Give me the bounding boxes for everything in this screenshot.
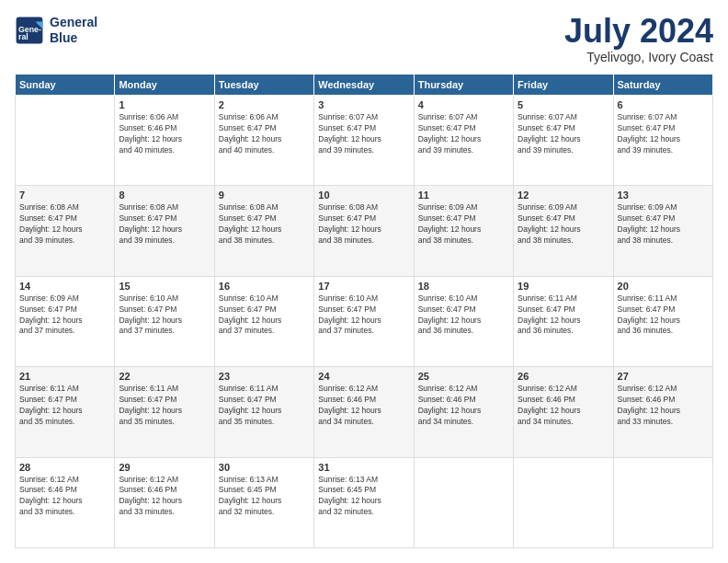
day-info: Sunrise: 6:07 AM Sunset: 6:47 PM Dayligh… [618, 112, 709, 156]
calendar-week-row: 14Sunrise: 6:09 AM Sunset: 6:47 PM Dayli… [16, 276, 713, 366]
calendar-cell: 10Sunrise: 6:08 AM Sunset: 6:47 PM Dayli… [314, 186, 414, 276]
day-number: 25 [418, 371, 509, 382]
day-info: Sunrise: 6:08 AM Sunset: 6:47 PM Dayligh… [219, 202, 310, 247]
svg-text:ral: ral [18, 31, 28, 40]
day-number: 26 [518, 371, 609, 382]
logo-icon: Gene- ral [15, 16, 44, 45]
day-info: Sunrise: 6:09 AM Sunset: 6:47 PM Dayligh… [418, 202, 509, 247]
subtitle: Tyelivogo, Ivory Coast [564, 50, 713, 64]
calendar-week-row: 28Sunrise: 6:12 AM Sunset: 6:46 PM Dayli… [16, 457, 713, 547]
calendar-cell: 25Sunrise: 6:12 AM Sunset: 6:46 PM Dayli… [414, 367, 513, 457]
day-number: 31 [318, 462, 409, 473]
calendar-cell: 9Sunrise: 6:08 AM Sunset: 6:47 PM Daylig… [214, 186, 313, 276]
day-number: 18 [418, 281, 509, 292]
day-number: 1 [119, 99, 210, 110]
col-friday: Friday [514, 75, 613, 96]
day-info: Sunrise: 6:09 AM Sunset: 6:47 PM Dayligh… [618, 202, 709, 247]
day-info: Sunrise: 6:09 AM Sunset: 6:47 PM Dayligh… [518, 202, 609, 247]
day-number: 21 [19, 371, 110, 382]
day-info: Sunrise: 6:10 AM Sunset: 6:47 PM Dayligh… [418, 293, 509, 338]
col-sunday: Sunday [16, 75, 115, 96]
day-info: Sunrise: 6:11 AM Sunset: 6:47 PM Dayligh… [618, 293, 709, 338]
calendar-cell: 28Sunrise: 6:12 AM Sunset: 6:46 PM Dayli… [16, 457, 115, 547]
logo-line2: Blue [50, 30, 97, 46]
day-info: Sunrise: 6:10 AM Sunset: 6:47 PM Dayligh… [219, 293, 310, 338]
calendar-cell: 3Sunrise: 6:07 AM Sunset: 6:47 PM Daylig… [314, 96, 414, 186]
day-number: 13 [618, 190, 709, 201]
day-number: 23 [219, 371, 310, 382]
calendar-cell: 30Sunrise: 6:13 AM Sunset: 6:45 PM Dayli… [214, 457, 313, 547]
day-info: Sunrise: 6:12 AM Sunset: 6:46 PM Dayligh… [618, 384, 709, 428]
day-number: 6 [618, 99, 709, 110]
calendar-cell: 12Sunrise: 6:09 AM Sunset: 6:47 PM Dayli… [514, 186, 613, 276]
day-info: Sunrise: 6:10 AM Sunset: 6:47 PM Dayligh… [318, 293, 409, 338]
day-number: 4 [418, 99, 509, 110]
col-thursday: Thursday [414, 75, 513, 96]
day-number: 5 [518, 99, 609, 110]
day-info: Sunrise: 6:07 AM Sunset: 6:47 PM Dayligh… [518, 112, 609, 156]
calendar-cell: 13Sunrise: 6:09 AM Sunset: 6:47 PM Dayli… [613, 186, 712, 276]
calendar-week-row: 1Sunrise: 6:06 AM Sunset: 6:46 PM Daylig… [16, 96, 713, 186]
day-info: Sunrise: 6:11 AM Sunset: 6:47 PM Dayligh… [119, 384, 210, 428]
calendar-cell: 14Sunrise: 6:09 AM Sunset: 6:47 PM Dayli… [16, 276, 115, 366]
calendar-cell: 17Sunrise: 6:10 AM Sunset: 6:47 PM Dayli… [314, 276, 414, 366]
calendar-cell: 22Sunrise: 6:11 AM Sunset: 6:47 PM Dayli… [115, 367, 214, 457]
calendar-cell [414, 457, 513, 547]
day-number: 29 [119, 462, 210, 473]
calendar-cell: 8Sunrise: 6:08 AM Sunset: 6:47 PM Daylig… [115, 186, 214, 276]
day-info: Sunrise: 6:11 AM Sunset: 6:47 PM Dayligh… [19, 384, 110, 428]
calendar-cell: 23Sunrise: 6:11 AM Sunset: 6:47 PM Dayli… [214, 367, 313, 457]
day-number: 9 [219, 190, 310, 201]
day-number: 22 [119, 371, 210, 382]
col-saturday: Saturday [613, 75, 712, 96]
day-info: Sunrise: 6:13 AM Sunset: 6:45 PM Dayligh… [318, 475, 409, 519]
day-number: 28 [19, 462, 110, 473]
day-number: 14 [19, 281, 110, 292]
calendar-week-row: 7Sunrise: 6:08 AM Sunset: 6:47 PM Daylig… [16, 186, 713, 276]
main-title: July 2024 [564, 15, 713, 48]
day-info: Sunrise: 6:10 AM Sunset: 6:47 PM Dayligh… [119, 293, 210, 338]
col-tuesday: Tuesday [214, 75, 313, 96]
day-number: 19 [518, 281, 609, 292]
calendar-cell: 20Sunrise: 6:11 AM Sunset: 6:47 PM Dayli… [613, 276, 712, 366]
day-number: 7 [19, 190, 110, 201]
calendar-cell [16, 96, 115, 186]
calendar-cell: 21Sunrise: 6:11 AM Sunset: 6:47 PM Dayli… [16, 367, 115, 457]
logo-line1: General [50, 15, 97, 30]
calendar-cell: 18Sunrise: 6:10 AM Sunset: 6:47 PM Dayli… [414, 276, 513, 366]
calendar-table: Sunday Monday Tuesday Wednesday Thursday… [15, 74, 713, 548]
day-info: Sunrise: 6:08 AM Sunset: 6:47 PM Dayligh… [318, 202, 409, 247]
day-info: Sunrise: 6:09 AM Sunset: 6:47 PM Dayligh… [19, 293, 110, 338]
calendar-cell: 5Sunrise: 6:07 AM Sunset: 6:47 PM Daylig… [514, 96, 613, 186]
day-info: Sunrise: 6:12 AM Sunset: 6:46 PM Dayligh… [418, 384, 509, 428]
day-info: Sunrise: 6:08 AM Sunset: 6:47 PM Dayligh… [19, 202, 110, 247]
day-number: 16 [219, 281, 310, 292]
calendar-cell: 31Sunrise: 6:13 AM Sunset: 6:45 PM Dayli… [314, 457, 414, 547]
day-info: Sunrise: 6:06 AM Sunset: 6:46 PM Dayligh… [119, 112, 210, 156]
calendar-cell [613, 457, 712, 547]
day-number: 3 [318, 99, 409, 110]
calendar-cell: 11Sunrise: 6:09 AM Sunset: 6:47 PM Dayli… [414, 186, 513, 276]
day-info: Sunrise: 6:12 AM Sunset: 6:46 PM Dayligh… [19, 475, 110, 519]
calendar-cell: 16Sunrise: 6:10 AM Sunset: 6:47 PM Dayli… [214, 276, 313, 366]
calendar-cell: 27Sunrise: 6:12 AM Sunset: 6:46 PM Dayli… [613, 367, 712, 457]
logo: Gene- ral General Blue [15, 15, 97, 46]
day-number: 12 [518, 190, 609, 201]
day-number: 27 [618, 371, 709, 382]
calendar-cell: 29Sunrise: 6:12 AM Sunset: 6:46 PM Dayli… [115, 457, 214, 547]
title-block: July 2024 Tyelivogo, Ivory Coast [564, 15, 713, 64]
day-info: Sunrise: 6:08 AM Sunset: 6:47 PM Dayligh… [119, 202, 210, 247]
day-info: Sunrise: 6:12 AM Sunset: 6:46 PM Dayligh… [119, 475, 210, 519]
calendar-cell: 4Sunrise: 6:07 AM Sunset: 6:47 PM Daylig… [414, 96, 513, 186]
calendar-cell: 1Sunrise: 6:06 AM Sunset: 6:46 PM Daylig… [115, 96, 214, 186]
calendar-cell: 15Sunrise: 6:10 AM Sunset: 6:47 PM Dayli… [115, 276, 214, 366]
day-number: 30 [219, 462, 310, 473]
calendar-page: Gene- ral General Blue July 2024 Tyelivo… [0, 0, 728, 563]
day-number: 15 [119, 281, 210, 292]
col-monday: Monday [115, 75, 214, 96]
day-info: Sunrise: 6:11 AM Sunset: 6:47 PM Dayligh… [219, 384, 310, 428]
calendar-cell: 26Sunrise: 6:12 AM Sunset: 6:46 PM Dayli… [514, 367, 613, 457]
day-info: Sunrise: 6:07 AM Sunset: 6:47 PM Dayligh… [318, 112, 409, 156]
day-info: Sunrise: 6:12 AM Sunset: 6:46 PM Dayligh… [318, 384, 409, 428]
day-number: 17 [318, 281, 409, 292]
